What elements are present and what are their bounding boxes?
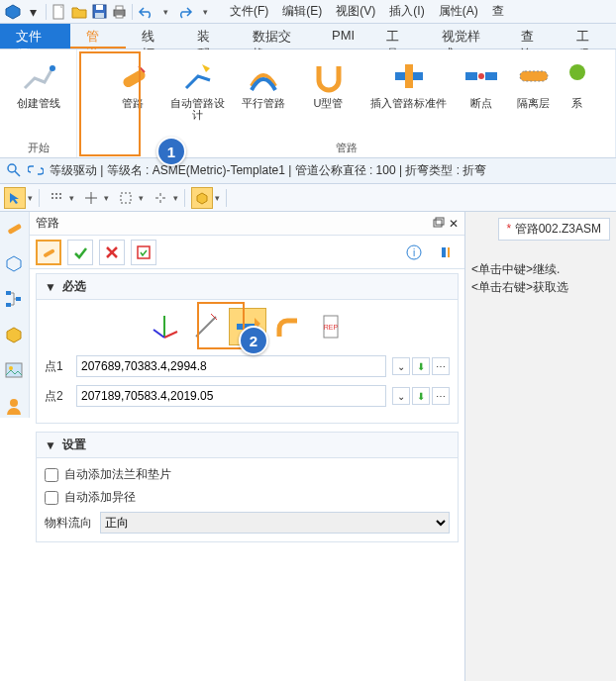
tab-query2[interactable]: 查询: [505, 24, 561, 49]
flow-label: 物料流向: [45, 515, 92, 532]
image-icon[interactable]: [4, 360, 26, 382]
chevron-down-icon[interactable]: ▾: [24, 3, 42, 21]
collapse-icon[interactable]: ▼: [45, 280, 56, 294]
svg-point-26: [59, 197, 61, 199]
user-icon[interactable]: [4, 396, 26, 418]
menu-file[interactable]: 文件(F): [230, 3, 268, 20]
svg-point-23: [59, 193, 61, 195]
collapse-icon[interactable]: ▼: [45, 438, 56, 452]
pick-down-icon[interactable]: ⬇: [412, 387, 430, 405]
svg-line-20: [15, 171, 20, 176]
route-mode-icon[interactable]: [36, 240, 61, 265]
svg-rect-5: [95, 13, 104, 18]
dotted-box-icon[interactable]: [115, 187, 137, 209]
side-panel: 管路 ✕ i ▼必选: [0, 212, 465, 681]
ribbon-route[interactable]: 管路: [103, 53, 162, 139]
ribbon-auto-route[interactable]: 自动管路设计: [168, 53, 228, 139]
view-toolbar: ▾ ▾ ▾ ▾ ▾ ▾: [0, 184, 616, 212]
tab-tool[interactable]: 工具: [370, 24, 426, 49]
svg-rect-42: [43, 248, 54, 257]
chk-auto-reducer[interactable]: 自动添加异径: [45, 489, 450, 506]
ok-icon[interactable]: [67, 240, 93, 265]
ribbon-parallel-route[interactable]: 平行管路: [234, 53, 293, 139]
box-wire-icon[interactable]: [4, 253, 26, 275]
tab-pmi[interactable]: PMI: [316, 24, 370, 49]
menu-edit[interactable]: 编辑(E): [282, 3, 322, 20]
extend-tool-icon[interactable]: [187, 308, 225, 345]
apply-icon[interactable]: [131, 240, 156, 265]
ribbon-u-tube[interactable]: U型管: [299, 53, 359, 139]
point1-input[interactable]: [76, 355, 386, 377]
grid-dots-icon[interactable]: [46, 187, 67, 209]
pick-down-icon[interactable]: ⬇: [412, 357, 430, 375]
tab-data[interactable]: 数据交换: [237, 24, 316, 49]
center-icon[interactable]: [150, 187, 171, 209]
app-icon: [4, 3, 22, 21]
axis-tool-icon[interactable]: [146, 308, 183, 345]
svg-rect-16: [520, 71, 548, 81]
bend-tool-icon[interactable]: [270, 308, 308, 345]
svg-rect-12: [405, 64, 413, 88]
svg-rect-4: [96, 5, 103, 10]
redo-icon[interactable]: [176, 3, 194, 21]
tree-icon[interactable]: [4, 289, 26, 311]
ribbon-create-pipeline[interactable]: 创建管线: [9, 53, 68, 139]
tab-file[interactable]: 文件(F): [0, 24, 70, 49]
svg-rect-47: [448, 247, 450, 257]
svg-text:REP: REP: [323, 324, 338, 331]
restore-icon[interactable]: [431, 217, 445, 231]
undo-icon[interactable]: [137, 3, 154, 21]
open-folder-icon[interactable]: [70, 3, 88, 21]
document-tab[interactable]: * 管路002.Z3ASM: [498, 218, 610, 241]
svg-rect-43: [138, 246, 150, 258]
tab-wire[interactable]: 线框: [126, 24, 181, 49]
cube-icon[interactable]: [191, 187, 213, 209]
more-icon[interactable]: ⋯: [432, 387, 450, 405]
new-file-icon[interactable]: [51, 3, 68, 21]
main-menu: 文件(F) 编辑(E) 视图(V) 插入(I) 属性(A) 查: [222, 2, 512, 22]
info-strip: 等级驱动 | 等级名 : ASME(Metric)-Template1 | 管道…: [0, 158, 616, 184]
point2-input[interactable]: [76, 385, 386, 407]
cancel-icon[interactable]: [99, 240, 125, 265]
search-icon[interactable]: [6, 162, 24, 180]
menu-view[interactable]: 视图(V): [336, 3, 375, 20]
menu-query[interactable]: 查: [492, 3, 504, 20]
svg-marker-32: [7, 256, 21, 271]
svg-point-9: [50, 65, 55, 71]
info-icon[interactable]: i: [401, 240, 427, 265]
point1-label: 点1: [45, 358, 70, 375]
print-icon[interactable]: [110, 3, 128, 21]
menu-attr[interactable]: 属性(A): [439, 3, 478, 20]
more-icon[interactable]: ⋯: [432, 357, 450, 375]
expand-icon[interactable]: ⌄: [392, 387, 410, 405]
expand-icon[interactable]: ⌄: [392, 357, 410, 375]
panel-actions: i: [30, 236, 464, 269]
ribbon-system[interactable]: 系: [565, 53, 590, 139]
svg-point-15: [478, 73, 484, 79]
pin-icon[interactable]: [433, 240, 459, 265]
tab-pipe[interactable]: 管道: [70, 24, 126, 49]
chk-auto-flange[interactable]: 自动添加法兰和垫片: [45, 466, 450, 483]
box-solid-icon[interactable]: [4, 325, 26, 346]
section-settings: ▼设置 自动添加法兰和垫片 自动添加异径 物料流向 正向: [36, 432, 459, 542]
crosshair-icon[interactable]: [80, 187, 102, 209]
menu-insert[interactable]: 插入(I): [389, 3, 424, 20]
point2-label: 点2: [45, 388, 70, 405]
tab-assy[interactable]: 装配: [181, 24, 237, 49]
chevron-down-icon[interactable]: ▾: [196, 3, 214, 21]
ribbon: 创建管线 开始 管路 自动管路设计 平行管路 U型管: [0, 49, 616, 158]
ribbon-isolate[interactable]: 隔离层: [509, 53, 559, 139]
panel-header: 管路 ✕: [30, 212, 464, 236]
chevron-down-icon[interactable]: ▾: [156, 3, 174, 21]
ribbon-insert-standard[interactable]: 插入管路标准件: [364, 53, 454, 139]
close-icon[interactable]: ✕: [449, 217, 459, 231]
ribbon-break[interactable]: 断点: [460, 53, 503, 139]
link-icon[interactable]: [28, 162, 46, 180]
save-icon[interactable]: [90, 3, 108, 21]
tab-vstyle[interactable]: 视觉样式: [426, 24, 505, 49]
cursor-icon[interactable]: [4, 187, 26, 209]
tab-proj[interactable]: 工程: [561, 24, 616, 49]
pipe-edit-icon[interactable]: [4, 218, 26, 240]
report-tool-icon[interactable]: REP: [312, 308, 350, 345]
flow-select[interactable]: 正向: [100, 512, 450, 534]
